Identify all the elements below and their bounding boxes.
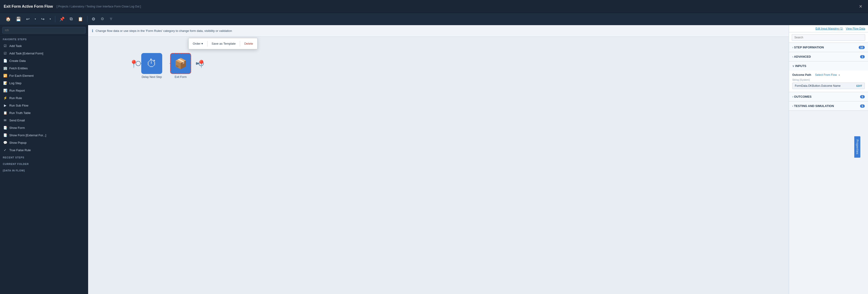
fetch-icon: 🏢 bbox=[3, 66, 7, 70]
breadcrumb: [ Projects / Laboratory / Testing User I… bbox=[57, 5, 141, 8]
outcome-value-box: FormData.OKButton.Outcome Name EDIT bbox=[792, 82, 865, 89]
copy-button[interactable]: ⧉ bbox=[68, 15, 74, 23]
step-information-section: › STEP INFORMATION 10 bbox=[789, 43, 868, 52]
sidebar-section-current-folder: CURRENT FOLDER bbox=[0, 160, 88, 167]
chevron-right-icon-3: › bbox=[792, 95, 793, 98]
sidebar-item-show-popup[interactable]: 💬Show Popup bbox=[0, 139, 88, 146]
panel-search bbox=[789, 32, 868, 43]
chevron-right-icon-4: › bbox=[792, 104, 793, 108]
sidebar-item-show-form-external[interactable]: 📑Show Form [External For...] bbox=[0, 132, 88, 139]
info-message: Change flow data or use steps in the 'Fo… bbox=[96, 29, 232, 33]
sidebar-item-run-sub-flow[interactable]: ▶Run Sub Flow bbox=[0, 102, 88, 109]
redo-button[interactable]: ↪ bbox=[39, 15, 46, 23]
sidebar-item-run-report[interactable]: 📊Run Report bbox=[0, 87, 88, 94]
share-button[interactable]: ⑂ bbox=[108, 15, 114, 23]
order-button[interactable]: Order ▾ bbox=[189, 40, 207, 47]
email-icon: ✉ bbox=[3, 118, 7, 122]
context-menu: Order ▾ Save as Template Delete bbox=[188, 38, 257, 49]
clone-button[interactable]: 📋 bbox=[76, 15, 85, 23]
step-information-label: › STEP INFORMATION bbox=[792, 46, 824, 49]
sidebar-item-for-each[interactable]: 🔁For Each Element bbox=[0, 72, 88, 79]
sidebar-item-label: Run Truth Table bbox=[9, 111, 31, 115]
favorites-section-header: FAVORITE STEPS bbox=[0, 36, 88, 42]
edit-input-mapping-link[interactable]: Edit Input Mapping (1) bbox=[815, 27, 843, 30]
advanced-section: › ADVANCED 1 bbox=[789, 52, 868, 62]
outcome-path-dropdown-icon[interactable]: ▾ bbox=[839, 74, 840, 76]
edit-link[interactable]: EDIT bbox=[856, 84, 862, 87]
sidebar-item-add-task[interactable]: ☑Add Task bbox=[0, 42, 88, 49]
sidebar-item-label: Run Report bbox=[9, 89, 25, 93]
diagram-button[interactable]: ⛭ bbox=[99, 15, 106, 23]
exit-form-icon: 📦 bbox=[170, 53, 191, 74]
log-icon: 📝 bbox=[3, 81, 7, 85]
current-folder-header: CURRENT FOLDER bbox=[0, 160, 88, 167]
delay-node-label: Delay Next Step bbox=[142, 75, 162, 79]
tfrule-icon: ✓ bbox=[3, 148, 7, 152]
create-icon: 📄 bbox=[3, 59, 7, 63]
system-label: String [System] bbox=[792, 78, 865, 81]
home-button[interactable]: 🏠 bbox=[4, 15, 12, 23]
advanced-header[interactable]: › ADVANCED 1 bbox=[789, 52, 868, 61]
title-bar: Exit Form Active Form Flow [ Projects / … bbox=[0, 0, 868, 13]
settings-button[interactable]: ⚙ bbox=[90, 15, 97, 23]
outcome-path-row: Outcome Path Select From Flow ▾ bbox=[792, 73, 865, 76]
popup-icon: 💬 bbox=[3, 141, 7, 144]
sidebar-search-input[interactable] bbox=[2, 27, 86, 34]
save-as-template-button[interactable]: Save as Template bbox=[208, 40, 240, 47]
testing-header[interactable]: › TESTING AND SIMULATION 5 bbox=[789, 101, 868, 110]
step-information-header[interactable]: › STEP INFORMATION 10 bbox=[789, 43, 868, 52]
flow-canvas[interactable]: 📍 ⏱ Delay Next Step 📦 Exit Form 📍 bbox=[88, 37, 789, 294]
sidebar-section-favorites: FAVORITE STEPS ☑Add Task ☑Add Task [Exte… bbox=[0, 36, 88, 154]
outcomes-section: › OUTCOMES 5 bbox=[789, 92, 868, 101]
undo-dropdown-button[interactable]: ▾ bbox=[33, 16, 38, 22]
sidebar-item-true-false-rule[interactable]: ✓True False Rule bbox=[0, 146, 88, 154]
sidebar-item-label: Show Popup bbox=[9, 141, 27, 144]
delay-icon: ⏱ bbox=[141, 53, 162, 74]
inputs-body: Outcome Path Select From Flow ▾ String [… bbox=[789, 71, 868, 92]
sidebar-item-run-truth-table[interactable]: 📋Run Truth Table bbox=[0, 109, 88, 116]
end-marker-icon: 📍 bbox=[197, 60, 206, 68]
sidebar-item-run-rule[interactable]: ⚡Run Rule bbox=[0, 94, 88, 102]
outcomes-count: 5 bbox=[860, 95, 865, 98]
sidebar-item-label: True False Rule bbox=[9, 148, 31, 152]
report-icon: 📊 bbox=[3, 88, 7, 93]
sidebar-item-label: Add Task [External Form] bbox=[9, 52, 43, 55]
sidebar-item-label: Show Form [External For...] bbox=[9, 134, 46, 137]
rule-icon: ⚡ bbox=[3, 96, 7, 100]
close-button[interactable]: ✕ bbox=[857, 3, 864, 10]
redo-dropdown-button[interactable]: ▾ bbox=[48, 16, 53, 22]
sidebar-item-show-form[interactable]: 📑Show Form bbox=[0, 124, 88, 132]
sidebar-item-create-data[interactable]: 📄Create Data bbox=[0, 57, 88, 65]
advanced-label: › ADVANCED bbox=[792, 55, 811, 59]
start-node: 📍 bbox=[129, 60, 138, 68]
start-marker-icon: 📍 bbox=[129, 60, 138, 68]
save-button[interactable]: 💾 bbox=[14, 15, 23, 23]
undo-button[interactable]: ↩ bbox=[24, 15, 31, 23]
properties-tab[interactable]: Properties bbox=[854, 136, 860, 158]
exit-form-node[interactable]: 📦 Exit Form bbox=[170, 53, 191, 79]
form-ext-icon: 📑 bbox=[3, 133, 7, 137]
separator-1 bbox=[55, 16, 55, 22]
form-icon: 📑 bbox=[3, 126, 7, 130]
outcomes-header[interactable]: › OUTCOMES 5 bbox=[789, 92, 868, 101]
delete-button[interactable]: Delete bbox=[240, 40, 257, 47]
app-title: Exit Form Active Form Flow bbox=[4, 4, 53, 9]
inputs-header[interactable]: ∨ INPUTS bbox=[789, 62, 868, 71]
data-in-flow-header: [DATA IN FLOW] bbox=[0, 167, 88, 173]
outcomes-label: › OUTCOMES bbox=[792, 95, 812, 98]
sidebar-section-data-in-flow: [DATA IN FLOW] bbox=[0, 167, 88, 173]
sidebar-item-add-task-external[interactable]: ☑Add Task [External Form] bbox=[0, 49, 88, 57]
sidebar-item-send-email[interactable]: ✉Send Email bbox=[0, 116, 88, 124]
view-flow-data-link[interactable]: View Flow Data bbox=[846, 27, 865, 30]
panel-search-input[interactable] bbox=[792, 34, 865, 41]
sidebar-item-label: Create Data bbox=[9, 59, 26, 63]
sidebar-item-fetch-entities[interactable]: 🏢Fetch Entities bbox=[0, 65, 88, 72]
canvas-area: ℹ Change flow data or use steps in the '… bbox=[88, 25, 789, 294]
sidebar-item-label: Fetch Entities bbox=[9, 67, 28, 70]
pin-button[interactable]: 📌 bbox=[58, 15, 66, 23]
subflow-icon: ▶ bbox=[3, 104, 7, 107]
outcome-path-value[interactable]: Select From Flow bbox=[815, 73, 837, 76]
sidebar-item-log-step[interactable]: 📝Log Step bbox=[0, 79, 88, 87]
delay-node[interactable]: ⏱ Delay Next Step bbox=[141, 53, 162, 79]
chevron-right-icon-2: › bbox=[792, 55, 793, 59]
